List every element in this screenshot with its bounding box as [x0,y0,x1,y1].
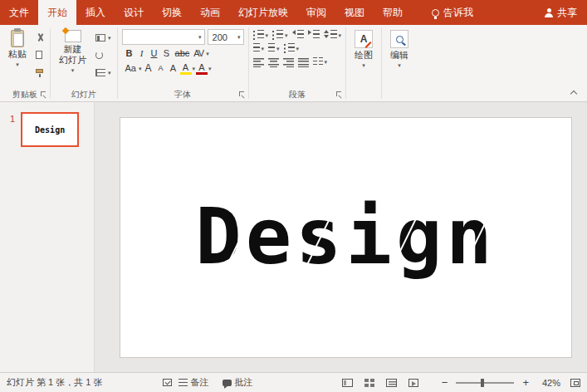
ribbon: 粘贴 ▾ 剪贴板 新建 [0,25,587,102]
tab-file[interactable]: 文件 [0,0,38,25]
zoom-in-button[interactable]: + [521,376,531,389]
align-left-button[interactable] [253,56,264,67]
tellme-button[interactable]: 告诉我 [423,0,482,25]
italic-button[interactable]: I [136,47,148,59]
slides-group-text: 幻灯片 [71,89,96,100]
section-button[interactable]: ▾ [94,65,113,80]
chevron-down-icon: ▾ [262,46,265,51]
clipboard-group-label: 剪贴板 [2,87,47,101]
chevron-down-icon: ▾ [206,51,209,56]
paragraph-dialog-launcher-icon[interactable] [336,91,343,98]
slideshow-view-button[interactable] [408,379,418,387]
editing-group-label [384,87,414,101]
slide-title-text[interactable]: Design [195,199,496,276]
bullets-button[interactable]: ▾ [253,30,269,40]
align-right-icon [283,56,294,67]
chevron-down-icon: ▾ [108,70,111,76]
normal-view-button[interactable] [342,379,353,387]
align-text-button[interactable]: ▾ [268,43,280,53]
cut-button[interactable] [34,30,46,45]
convert-smartart-button[interactable]: ▾ [284,43,300,53]
columns-button[interactable]: ▾ [313,57,328,67]
new-slide-button[interactable]: 新建 幻灯片 ▾ [53,27,92,75]
copy-button[interactable] [34,47,46,62]
justify-button[interactable] [298,56,309,67]
slide-thumbnail[interactable]: Design [21,112,79,147]
tab-home[interactable]: 开始 [38,0,76,25]
fit-to-window-icon[interactable] [570,379,580,387]
font-name-combobox[interactable]: ▾ [122,29,205,45]
font-size-combobox[interactable]: 200 ▾ [208,29,244,45]
tellme-label: 告诉我 [443,6,473,20]
group-editing: 编辑 ▾ [382,25,417,101]
font-color-button[interactable]: A [196,61,208,75]
increase-indent-button[interactable] [308,30,320,40]
paste-button[interactable]: 粘贴 ▾ [2,27,32,69]
comments-icon [223,380,232,386]
zoom-slider-handle[interactable] [481,379,484,387]
tab-insert[interactable]: 插入 [76,0,115,25]
group-clipboard: 粘贴 ▾ 剪贴板 [0,25,50,101]
text-direction-button[interactable]: ▾ [253,43,265,53]
editing-button[interactable]: 编辑 ▾ [384,27,414,70]
status-bar: 幻灯片 第 1 张，共 1 张 备注 批注 − + 42% [0,372,587,392]
share-button[interactable]: 共享 [535,0,587,25]
tab-slideshow[interactable]: 幻灯片放映 [229,0,297,25]
tab-transitions[interactable]: 切换 [153,0,191,25]
slide-sorter-view-button[interactable] [364,379,374,387]
reset-icon [95,51,103,59]
title-bar: 文件 开始 插入 设计 切换 动画 幻灯片放映 审阅 视图 帮助 告诉我 共享 [0,0,587,25]
chevron-down-icon: ▾ [71,67,75,73]
increase-font-size-button[interactable]: A [143,61,154,75]
text-direction-icon [253,43,260,53]
chevron-down-icon: ▾ [198,34,202,40]
line-spacing-button[interactable]: ▾ [324,30,342,40]
clipboard-dialog-launcher-icon[interactable] [41,91,47,98]
strikethrough-button[interactable]: abc [174,47,192,59]
person-icon [545,8,553,17]
decrease-font-size-button[interactable]: A [155,63,167,73]
spellcheck-icon[interactable] [163,379,172,386]
bold-button[interactable]: B [124,47,135,59]
slide-number: 1 [10,114,15,124]
group-slides: 新建 幻灯片 ▾ ▾ ▾ 幻灯片 [51,25,117,101]
slide-layout-button[interactable]: ▾ [94,30,113,45]
comments-button[interactable]: 批注 [216,373,260,392]
clear-formatting-button[interactable]: A [168,62,179,74]
magnifier-icon [396,36,404,43]
section-icon [95,69,105,76]
font-dialog-launcher-icon[interactable] [239,91,246,98]
numbering-button[interactable]: ▾ [272,30,288,40]
decrease-indent-button[interactable] [292,30,304,40]
zoom-out-button[interactable]: − [440,376,450,389]
slide-counter: 幻灯片 第 1 张，共 1 张 [7,376,103,389]
collapse-ribbon-icon[interactable] [571,90,577,96]
character-spacing-button[interactable]: AV [192,47,205,59]
slide[interactable]: Design [120,117,572,358]
drawing-button[interactable]: A 绘图 ▾ [349,27,379,70]
chevron-down-icon: ▾ [193,66,196,71]
zoom-controls: − + 42% [440,376,580,389]
notes-button[interactable]: 备注 [172,373,216,392]
drawing-icon: A [355,30,373,48]
underline-button[interactable]: U [149,47,160,59]
tab-animations[interactable]: 动画 [191,0,229,25]
text-shadow-button[interactable]: S [161,47,173,59]
reading-view-button[interactable] [386,379,397,387]
zoom-slider[interactable] [456,382,514,384]
tab-help[interactable]: 帮助 [374,0,412,25]
text-highlight-button[interactable]: A [180,61,192,75]
chevron-down-icon: ▾ [325,59,328,65]
tab-review[interactable]: 审阅 [297,0,335,25]
change-case-button[interactable]: Aa [124,62,138,74]
tab-view[interactable]: 视图 [335,0,374,25]
tab-design[interactable]: 设计 [115,0,153,25]
group-drawing: A 绘图 ▾ [346,25,381,101]
zoom-percentage[interactable]: 42% [537,378,560,388]
align-right-button[interactable] [283,56,294,67]
align-center-button[interactable] [268,56,279,67]
format-painter-icon [36,69,43,73]
reset-slide-button[interactable] [94,47,113,62]
format-painter-button[interactable] [34,65,46,80]
paragraph-group-label: 段落 [252,87,344,101]
